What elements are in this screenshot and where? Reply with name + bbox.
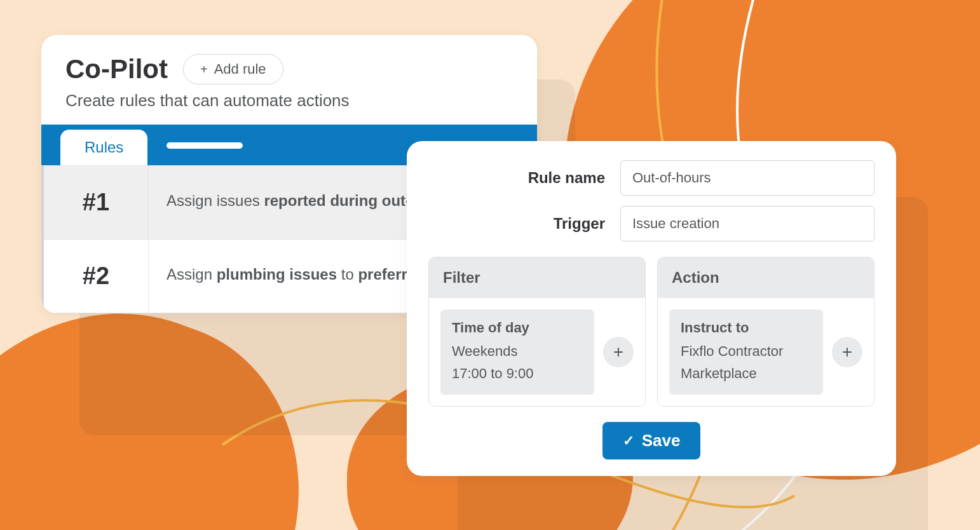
add-rule-button[interactable]: + Add rule (183, 54, 283, 85)
plus-icon: + (613, 342, 623, 362)
add-rule-label: Add rule (214, 61, 266, 78)
rule-name-input[interactable] (620, 160, 875, 196)
panel-body: Time of day Weekends 17:00 to 9:00 + (429, 298, 645, 406)
plus-icon: + (842, 342, 852, 362)
filter-line: 17:00 to 9:00 (452, 362, 583, 384)
filter-title: Time of day (452, 320, 583, 336)
rule-number: #1 (44, 166, 149, 239)
tab-placeholder[interactable] (167, 142, 243, 149)
rule-detail-card: Rule name Trigger Filter Time of day Wee… (407, 141, 896, 476)
add-filter-button[interactable]: + (603, 337, 634, 367)
action-title: Instruct to (681, 320, 812, 336)
add-action-button[interactable]: + (832, 337, 862, 367)
panels-row: Filter Time of day Weekends 17:00 to 9:0… (428, 257, 875, 407)
page-subtitle: Create rules that can automate actions (65, 91, 513, 111)
filter-content[interactable]: Time of day Weekends 17:00 to 9:00 (440, 309, 594, 395)
card-header: Co-Pilot + Add rule Create rules that ca… (41, 35, 537, 125)
plus-icon: + (200, 62, 208, 77)
filter-panel: Filter Time of day Weekends 17:00 to 9:0… (428, 257, 646, 407)
action-header: Action (658, 257, 874, 298)
page-title: Co-Pilot (65, 54, 168, 85)
trigger-input[interactable] (620, 206, 875, 241)
form-row: Rule name (428, 160, 875, 196)
form-row: Trigger (428, 206, 875, 241)
action-panel: Action Instruct to Fixflo Contractor Mar… (657, 257, 875, 407)
save-button[interactable]: ✓ Save (602, 422, 701, 459)
rule-number: #2 (44, 240, 149, 313)
tab-rules[interactable]: Rules (60, 130, 147, 165)
check-icon: ✓ (623, 433, 634, 449)
rule-name-label: Rule name (528, 169, 605, 187)
filter-header: Filter (429, 257, 645, 298)
panel-body: Instruct to Fixflo Contractor Marketplac… (658, 298, 874, 406)
action-content[interactable]: Instruct to Fixflo Contractor Marketplac… (669, 309, 823, 395)
trigger-label: Trigger (554, 215, 605, 233)
save-label: Save (642, 431, 681, 451)
action-line: Fixflo Contractor Marketplace (681, 340, 812, 384)
filter-line: Weekends (452, 340, 583, 362)
save-row: ✓ Save (428, 422, 875, 459)
